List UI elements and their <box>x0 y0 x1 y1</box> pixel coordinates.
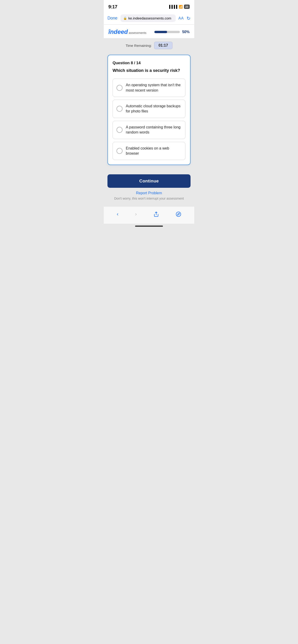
question-number: Question 8 / 14 <box>113 61 185 65</box>
question-card-wrapper: Question 8 / 14 Which situation is a sec… <box>104 52 194 170</box>
battery-icon: 23 <box>184 5 190 9</box>
radio-4 <box>117 148 123 154</box>
forward-button[interactable]: › <box>132 209 139 219</box>
compass-button[interactable] <box>173 210 184 219</box>
reload-button[interactable]: ↻ <box>187 16 191 21</box>
share-button[interactable] <box>151 210 162 219</box>
bottom-nav: ‹ › <box>104 206 194 224</box>
report-subtext: Don't worry, this won't interrupt your a… <box>107 196 191 200</box>
continue-button[interactable]: Continue <box>107 174 191 188</box>
back-button[interactable]: ‹ <box>114 209 121 219</box>
options-list: An operating system that isn't the most … <box>113 78 185 160</box>
indeed-header: îndeed assessments 50% <box>104 24 194 38</box>
report-problem-link[interactable]: Report Problem <box>107 191 191 195</box>
radio-2 <box>117 106 123 112</box>
progress-fill <box>154 31 167 33</box>
url-text: ke.indeedassessments.com <box>128 16 171 20</box>
option-2-text: Automatic cloud storage backups for phot… <box>126 104 181 114</box>
status-time: 9:17 <box>108 4 117 10</box>
home-indicator <box>104 224 194 228</box>
aa-button[interactable]: AA <box>178 16 184 20</box>
radio-3 <box>117 127 123 133</box>
signal-icon: ▐▐▐▐ <box>168 5 177 8</box>
logo-text: îndeed <box>108 28 128 36</box>
bottom-section: Continue Report Problem Don't worry, thi… <box>104 170 194 206</box>
option-4[interactable]: Enabled cookies on a web browser <box>113 142 185 160</box>
indeed-logo: îndeed assessments <box>108 28 146 36</box>
svg-marker-2 <box>178 213 179 215</box>
status-icons: ▐▐▐▐ 📶 23 <box>168 5 190 9</box>
svg-point-1 <box>176 212 181 216</box>
browser-bar: Done 🔒 ke.indeedassessments.com AA ↻ <box>104 12 194 24</box>
wifi-icon: 📶 <box>179 5 183 8</box>
timer-value: 01:17 <box>154 42 172 49</box>
assessments-label: assessments <box>129 31 146 34</box>
option-1[interactable]: An operating system that isn't the most … <box>113 78 185 97</box>
progress-container: 50% <box>154 30 190 34</box>
home-indicator-bar <box>135 226 163 227</box>
url-bar[interactable]: 🔒 ke.indeedassessments.com <box>120 14 176 22</box>
status-bar: 9:17 ▐▐▐▐ 📶 23 <box>104 0 194 12</box>
progress-track <box>154 31 180 33</box>
option-3[interactable]: A password containing three long random … <box>113 121 185 139</box>
done-button[interactable]: Done <box>107 16 118 21</box>
progress-percentage: 50% <box>182 30 190 34</box>
lock-icon: 🔒 <box>123 16 127 20</box>
question-card: Question 8 / 14 Which situation is a sec… <box>107 55 191 165</box>
option-3-text: A password containing three long random … <box>126 125 181 135</box>
timer-label: Time Remaining: <box>126 44 152 48</box>
option-1-text: An operating system that isn't the most … <box>126 82 181 93</box>
question-text: Which situation is a security risk? <box>113 68 185 74</box>
radio-1 <box>117 85 123 91</box>
option-4-text: Enabled cookies on a web browser <box>126 146 181 156</box>
option-2[interactable]: Automatic cloud storage backups for phot… <box>113 100 185 118</box>
timer-section: Time Remaining: 01:17 <box>104 38 194 52</box>
